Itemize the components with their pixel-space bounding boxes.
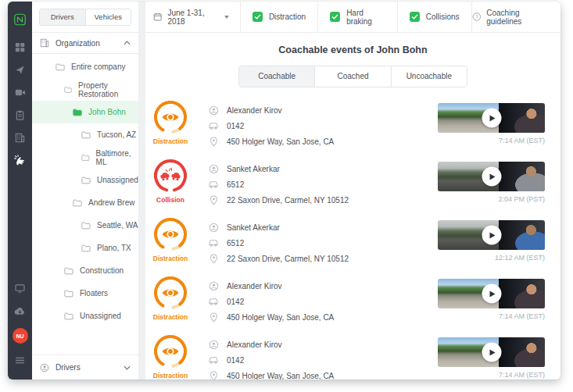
driver-icon <box>208 105 219 116</box>
organization-icon[interactable] <box>14 132 26 144</box>
tree-item-selected[interactable]: John Bohn <box>32 101 138 123</box>
monitor-icon[interactable] <box>14 283 26 294</box>
driver-icon <box>208 340 219 350</box>
video-thumbnail[interactable] <box>438 220 545 250</box>
play-button[interactable] <box>482 109 501 128</box>
user-avatar[interactable]: NU <box>13 328 28 344</box>
filter-collisions[interactable]: Collisions <box>398 2 472 32</box>
video-thumbnail[interactable] <box>438 337 545 367</box>
event-location: 450 Holger Way, San Jose, CA <box>227 137 334 146</box>
location-pin-icon <box>208 195 219 205</box>
vehicle-id: 6512 <box>227 239 244 248</box>
organization-label: Organization <box>56 39 100 48</box>
video-thumbnail[interactable] <box>438 162 545 191</box>
event-details: Sanket Akerkar 6512 22 Saxon Drive, Carm… <box>208 214 438 266</box>
toggle-drivers[interactable]: Drivers <box>40 9 86 25</box>
coaching-icon[interactable] <box>14 155 26 166</box>
event-location: 450 Holger Way, San Jose, CA <box>227 313 334 322</box>
event-time: 7:14 AM (EST) <box>438 137 545 144</box>
tree-item[interactable]: Property Restoration <box>32 78 138 101</box>
driver-icon <box>208 281 219 291</box>
tree-item[interactable]: Baltimore, ML <box>32 146 138 169</box>
tab-uncoachable[interactable]: Uncoachable <box>391 66 467 87</box>
organization-header[interactable]: Organization <box>32 33 138 54</box>
navigation-icon[interactable] <box>14 64 26 76</box>
location-pin-icon <box>208 137 219 147</box>
vehicle-icon <box>208 122 219 130</box>
dashboard-icon[interactable] <box>14 41 26 53</box>
collision-gauge-icon <box>153 159 188 193</box>
filter-hard-braking[interactable]: Hard braking <box>318 2 398 32</box>
distraction-gauge-icon <box>153 100 188 134</box>
event-type-label: Distraction <box>149 313 192 321</box>
driver-name: Sanket Akerkar <box>227 165 280 173</box>
tab-coachable[interactable]: Coachable <box>239 66 314 87</box>
checkbox-checked-icon[interactable] <box>410 12 420 22</box>
tree-item[interactable]: Unassigned <box>32 169 138 191</box>
event-video: 7:14 AM (EST) <box>438 273 545 320</box>
location-pin-icon <box>208 312 219 323</box>
tree-item[interactable]: Unassigned <box>32 305 138 327</box>
tab-coached[interactable]: Coached <box>314 66 390 87</box>
event-row[interactable]: Distraction Alexander Kirov 0142 450 Hol… <box>145 97 560 155</box>
tree-item[interactable]: Construction <box>32 259 138 282</box>
drivers-section-header[interactable]: Drivers <box>32 355 138 380</box>
event-time: 7:14 AM (EST) <box>438 312 545 320</box>
tree-item[interactable]: Plano, TX <box>32 237 138 259</box>
driver-name: Sanket Akerkar <box>227 223 280 232</box>
org-tree: Entire company Property Restoration John… <box>32 54 138 355</box>
clipboard-icon[interactable] <box>14 109 26 121</box>
video-thumbnail[interactable] <box>438 279 545 308</box>
tree-item[interactable]: Andrew Brew <box>32 191 138 214</box>
event-row[interactable]: Distraction Sanket Akerkar 6512 22 Saxon… <box>145 214 560 273</box>
org-tree-panel: Drivers Vehicles Organization Entire com… <box>32 2 138 380</box>
event-row[interactable]: Distraction Alexander Kirov 0142 450 Hol… <box>145 273 560 331</box>
netradyne-logo-icon[interactable] <box>14 13 26 25</box>
vehicle-id: 6512 <box>227 180 244 189</box>
camera-icon[interactable] <box>14 87 26 98</box>
video-thumbnail[interactable] <box>438 103 545 133</box>
location-pin-icon <box>208 371 219 380</box>
event-location: 22 Saxon Drive, Carmel, NY 10512 <box>227 196 349 205</box>
drivers-section-label: Drivers <box>56 363 81 372</box>
event-details: Alexander Kirov 0142 450 Holger Way, San… <box>208 97 438 149</box>
chevron-up-icon <box>124 41 131 45</box>
driver-camera-view <box>499 220 545 250</box>
date-range-picker[interactable]: June 1-31, 2018 <box>153 2 241 32</box>
filter-label: Collisions <box>426 12 460 21</box>
menu-icon[interactable] <box>14 355 26 366</box>
driver-camera-view <box>499 162 545 191</box>
play-button[interactable] <box>482 167 501 187</box>
filter-distraction[interactable]: Distraction <box>241 2 318 32</box>
event-type-label: Distraction <box>149 255 192 262</box>
help-icon: ? <box>472 12 482 22</box>
tree-item[interactable]: Seattle, WA <box>32 214 138 237</box>
coaching-guidelines-link[interactable]: ? Coaching guidelines <box>472 9 550 26</box>
tree-item[interactable]: Tucson, AZ <box>32 123 138 146</box>
topbar: June 1-31, 2018 Distraction Hard braking… <box>145 2 560 33</box>
events-content: Coachable events of John Bohn Coachable … <box>145 33 560 380</box>
vehicle-id: 0142 <box>227 122 244 130</box>
tree-item[interactable]: Entire company <box>32 55 138 78</box>
cloud-download-icon[interactable] <box>14 305 26 317</box>
tree-item[interactable]: Floaters <box>32 282 138 305</box>
event-video: 7:14 AM (EST) <box>438 97 545 144</box>
caret-down-icon <box>224 16 229 19</box>
toggle-vehicles[interactable]: Vehicles <box>86 9 131 25</box>
app-window: NU Drivers Vehicles Organization Entire … <box>8 2 560 380</box>
event-row[interactable]: Collision Sanket Akerkar 6512 22 Saxon D… <box>145 155 560 214</box>
play-button[interactable] <box>482 284 501 304</box>
event-row[interactable]: Distraction Alexander Kirov 0142 450 Hol… <box>145 331 560 380</box>
filter-label: Hard braking <box>346 9 385 26</box>
play-button[interactable] <box>482 343 501 362</box>
checkbox-checked-icon[interactable] <box>252 12 263 22</box>
main-panel: June 1-31, 2018 Distraction Hard braking… <box>145 2 560 380</box>
page-title: Coachable events of John Bohn <box>145 45 560 55</box>
driver-icon <box>208 164 219 174</box>
play-button[interactable] <box>482 226 501 245</box>
building-icon <box>40 38 49 48</box>
event-location: 450 Holger Way, San Jose, CA <box>227 372 334 380</box>
checkbox-checked-icon[interactable] <box>330 12 340 22</box>
rail-bottom-group: NU <box>13 277 28 372</box>
vehicle-icon <box>208 239 219 248</box>
